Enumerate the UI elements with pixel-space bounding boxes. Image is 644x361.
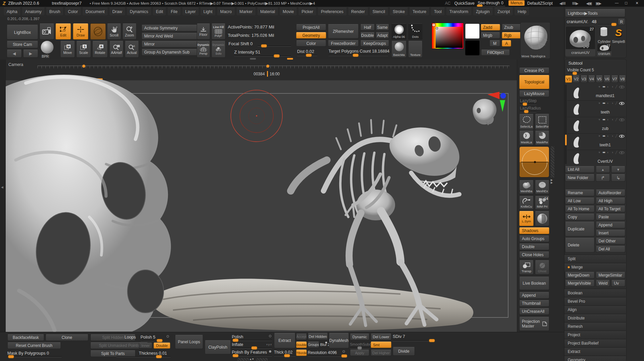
append-shelf-button[interactable]: Append bbox=[519, 292, 549, 299]
dynamic-subdiv-button[interactable]: Dynamic bbox=[350, 334, 369, 340]
section-header[interactable]: Geometry bbox=[564, 356, 626, 361]
left-tray-toggle-icon[interactable]: ◀‖‖‖ bbox=[559, 1, 565, 6]
keep-groups-button[interactable]: KeepGroups bbox=[360, 40, 389, 47]
menu-item[interactable]: Light bbox=[200, 8, 216, 16]
fill-object-button[interactable]: FillObject bbox=[481, 50, 510, 56]
visibility-tab[interactable]: V1 bbox=[565, 75, 572, 83]
lazy-radius-slider[interactable] bbox=[520, 111, 537, 112]
knife-curve-button[interactable]: KnifeCu bbox=[519, 196, 534, 210]
menu-item[interactable]: Picker bbox=[298, 8, 316, 16]
quicksave-button[interactable]: QuickSave bbox=[454, 1, 474, 6]
split-section-header[interactable]: Split bbox=[564, 255, 626, 263]
clone-button[interactable]: Clone bbox=[45, 334, 88, 341]
subtool-down-button[interactable]: ▼ bbox=[611, 166, 625, 173]
all-to-target-button[interactable]: All To Target bbox=[596, 206, 625, 212]
zremesher-button[interactable]: ZRemesher bbox=[328, 24, 359, 39]
visible-count-slider[interactable] bbox=[568, 73, 582, 74]
z-intensity-slider[interactable] bbox=[234, 56, 291, 57]
list-all-button[interactable]: List All bbox=[565, 166, 594, 173]
shelf-scrollbar[interactable] bbox=[551, 146, 554, 177]
close-button[interactable]: × bbox=[636, 0, 638, 6]
texture-selector[interactable]: Texture bbox=[408, 41, 423, 58]
inflate-slider[interactable] bbox=[232, 348, 272, 349]
section-header[interactable]: Align bbox=[564, 305, 626, 314]
local-symmetry-button[interactable]: L.Sym bbox=[519, 211, 534, 226]
groups-button[interactable]: Groups bbox=[308, 342, 319, 348]
subtool-item[interactable]: ▾●●◐◑╱ teeth1 bbox=[567, 134, 626, 150]
shadows-button[interactable]: Shadows bbox=[519, 227, 549, 234]
zadd-button[interactable]: Zadd bbox=[481, 24, 500, 30]
select-lasso-button[interactable]: SelectLa bbox=[519, 114, 534, 130]
duplicate-button[interactable]: Duplicate bbox=[565, 222, 594, 236]
subtool-item[interactable]: ▾●●◐◑╱ zub bbox=[567, 117, 626, 134]
minimize-button[interactable]: — bbox=[615, 1, 619, 5]
lightbox-tools-button[interactable]: Lightbox▶Tools bbox=[565, 9, 625, 17]
zoom-button[interactable]: Zoom bbox=[122, 23, 136, 40]
backface-mask-button[interactable]: BackfaceMask bbox=[7, 334, 44, 341]
menu-item[interactable]: Brush bbox=[46, 8, 64, 16]
auto-reorder-button[interactable]: AutoReorder bbox=[596, 190, 625, 196]
menu-item[interactable]: Movie bbox=[279, 8, 297, 16]
all-low-button[interactable]: All Low bbox=[565, 198, 594, 204]
floor-button[interactable]: Floor bbox=[197, 23, 210, 40]
a-button[interactable]: A bbox=[502, 40, 511, 47]
subtool-scrollbar[interactable] bbox=[565, 84, 567, 164]
topological-button[interactable]: Topological bbox=[519, 75, 549, 89]
bpr-button[interactable]: BPR bbox=[40, 54, 50, 59]
mask-rect-button[interactable]: MaskRe bbox=[535, 131, 549, 145]
extract-button[interactable]: Extract bbox=[274, 333, 295, 348]
delete-button[interactable]: Delete bbox=[565, 238, 594, 252]
menu-item[interactable]: Help bbox=[514, 8, 530, 16]
reset-current-brush-button[interactable]: Reset Current Brush bbox=[7, 342, 61, 349]
subtool-item[interactable]: ▾●●◐◑╱ teeth bbox=[567, 101, 626, 117]
double-button[interactable]: Double bbox=[360, 32, 375, 39]
polish-by-features-slider[interactable] bbox=[232, 355, 272, 356]
target-polygons-slider[interactable] bbox=[329, 55, 388, 56]
eye-icon[interactable] bbox=[619, 118, 625, 123]
menu-item[interactable]: Layer bbox=[182, 8, 199, 16]
resolution-modifier-dot[interactable] bbox=[343, 350, 345, 353]
section-header[interactable]: Bevel Pro bbox=[564, 297, 626, 305]
all-high-button[interactable]: All High bbox=[596, 198, 625, 204]
color-picker[interactable] bbox=[432, 23, 464, 49]
live-boolean-button[interactable]: Live Boolean bbox=[519, 277, 549, 290]
apply-button[interactable]: Apply bbox=[350, 350, 369, 356]
visibility-tab[interactable]: V2 bbox=[573, 75, 580, 83]
gyro-ellipse-icon[interactable] bbox=[90, 23, 106, 40]
del-all-button[interactable]: Del All bbox=[596, 246, 625, 252]
del-hidden-button[interactable]: Del Hidden bbox=[308, 333, 328, 340]
split-to-parts-button[interactable]: Split To Parts bbox=[90, 350, 135, 357]
tool-thumb-cranium[interactable]: 27 cranium bbox=[597, 44, 612, 56]
prev-cam-button[interactable]: ◀ bbox=[7, 50, 22, 58]
menu-item[interactable]: Dynamics bbox=[126, 8, 152, 16]
inner-button[interactable]: Inner bbox=[139, 343, 152, 349]
panel-loops-button[interactable]: Panel Loops bbox=[175, 335, 203, 349]
secondary-color-swatch[interactable] bbox=[465, 40, 480, 56]
store-cam-button[interactable]: Store Cam bbox=[7, 41, 38, 48]
rgb-button[interactable]: Rgb bbox=[502, 32, 522, 39]
rename-button[interactable]: Rename bbox=[565, 190, 594, 196]
bottom-scroll-arrows[interactable]: ▲▼ bbox=[249, 358, 254, 361]
tborder-button[interactable]: TBorde bbox=[296, 350, 307, 356]
menu-item[interactable]: Draw bbox=[109, 8, 125, 16]
mask-by-polygroups-slider[interactable] bbox=[7, 356, 62, 357]
select-rect-button[interactable]: SelectRe bbox=[535, 114, 549, 130]
polish5-modifier-dot[interactable] bbox=[167, 335, 169, 338]
dynamesh-button[interactable]: DynaMesh bbox=[329, 333, 349, 348]
section-header[interactable]: Project bbox=[564, 331, 626, 339]
scroll-button[interactable]: Scroll bbox=[107, 23, 121, 40]
accept-button[interactable]: Accept bbox=[296, 334, 307, 340]
visibility-tab[interactable]: V8 bbox=[619, 75, 626, 83]
menu-item[interactable]: Color bbox=[65, 8, 81, 16]
current-material-sphere[interactable] bbox=[41, 41, 54, 54]
del-lower-button[interactable]: Del Lower bbox=[371, 334, 391, 340]
polish-slider[interactable] bbox=[232, 340, 272, 341]
move-out-folder-button[interactable]: ↱ bbox=[596, 174, 610, 182]
visibility-tab[interactable]: V5 bbox=[596, 75, 603, 83]
projection-master-button[interactable]: Projection Master bbox=[519, 317, 549, 331]
m-button[interactable]: M bbox=[489, 40, 500, 47]
actual-button[interactable]: x1 Actual bbox=[125, 41, 139, 58]
material-selector[interactable]: BasicMa bbox=[391, 41, 406, 58]
lazy-step-slider[interactable] bbox=[520, 104, 537, 105]
primary-color-swatch[interactable] bbox=[465, 23, 480, 39]
